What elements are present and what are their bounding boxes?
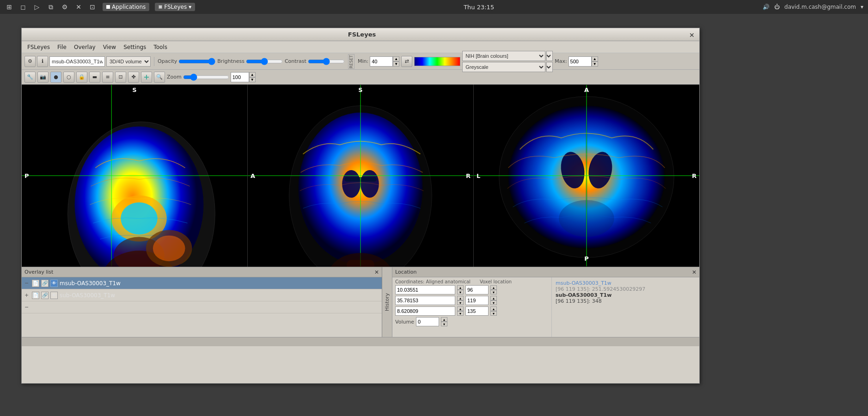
overlay-item1-file-icon[interactable]: 📄 <box>32 280 39 287</box>
window-icon[interactable]: ◻ <box>18 2 28 12</box>
box-button[interactable]: ⊡ <box>115 72 126 83</box>
overlay-spacer-minus[interactable]: − <box>24 304 30 310</box>
overlay-item2-file-icon[interactable]: 📄 <box>32 292 39 299</box>
user-dropdown-icon[interactable]: ▾ <box>861 4 863 10</box>
z-voxel-spin-up[interactable]: ▲ <box>490 306 497 311</box>
grid-icon[interactable]: ⊞ <box>5 2 14 12</box>
zoom-spinbox[interactable]: ▲ ▼ <box>231 72 256 82</box>
overlay-item2-link-icon[interactable]: 🔗 <box>41 292 49 299</box>
line-button[interactable]: ≡ <box>102 72 113 83</box>
rect-button[interactable]: ▬ <box>89 72 100 83</box>
menu-fsleyes[interactable]: FSLeyes <box>24 43 54 51</box>
overlay-item1-link-icon[interactable]: 🔗 <box>41 280 49 287</box>
volume-spin-down[interactable]: ▼ <box>441 322 447 326</box>
reset-button[interactable]: RESET <box>348 54 355 69</box>
zoom-input[interactable] <box>231 72 249 82</box>
max-spin-down[interactable]: ▼ <box>592 61 598 67</box>
applications-button[interactable]: Applications <box>103 3 149 11</box>
brightness-slider[interactable] <box>246 58 283 65</box>
volume-icon[interactable]: 🔊 <box>763 4 770 10</box>
overlay-item1-eye-icon[interactable]: 👁 <box>50 280 58 287</box>
history-tab[interactable]: History <box>382 267 392 337</box>
folder-icon[interactable]: ▷ <box>32 2 42 12</box>
y-spin-up[interactable]: ▲ <box>457 296 464 300</box>
z-coord-input[interactable] <box>395 306 455 316</box>
colormap2-dropdown[interactable]: ▾ <box>546 62 553 72</box>
colormap-select[interactable]: NIH [Brain colours] <box>462 51 545 61</box>
x-voxel-input[interactable] <box>465 285 489 294</box>
circle1-button[interactable]: ● <box>50 72 61 83</box>
y-voxel-spin-up[interactable]: ▲ <box>490 296 497 300</box>
opacity-slider[interactable] <box>178 58 215 65</box>
max-input[interactable] <box>568 56 592 67</box>
overlay-item2-plus[interactable]: + <box>24 292 30 298</box>
contrast-slider[interactable] <box>308 58 345 65</box>
overlay-item1-minus[interactable]: − <box>24 280 30 286</box>
x-spin-up[interactable]: ▲ <box>457 285 464 290</box>
menu-tools[interactable]: Tools <box>150 43 171 51</box>
axial-view[interactable]: A L R P <box>474 85 699 267</box>
coronal-brain[interactable]: S A R <box>248 85 473 267</box>
max-spinbox[interactable]: ▲ ▼ <box>568 56 598 67</box>
z-voxel-spin-down[interactable]: ▼ <box>490 311 497 316</box>
overlay-name-input[interactable] <box>49 56 105 67</box>
location-panel-close[interactable]: ✕ <box>692 269 697 275</box>
zoom-spin-down[interactable]: ▼ <box>249 77 256 82</box>
user-account[interactable]: david.m.cash@gmail.com <box>784 4 856 10</box>
circle2-button[interactable]: ○ <box>63 72 74 83</box>
resize-icon[interactable]: ⊡ <box>88 2 97 12</box>
min-spin-down[interactable]: ▼ <box>393 61 399 67</box>
volume-input[interactable] <box>416 317 439 326</box>
move-button[interactable]: ✤ <box>128 72 139 83</box>
fsleyes-taskbar-button[interactable]: FSLeyes ▾ <box>155 3 195 11</box>
colormap2-select[interactable]: Greyscale <box>462 62 545 72</box>
info-button[interactable]: ℹ <box>37 56 48 67</box>
close-sys-icon[interactable]: ✕ <box>74 2 83 12</box>
wrench-button[interactable]: 🔧 <box>24 72 36 83</box>
menu-settings[interactable]: Settings <box>120 43 150 51</box>
menu-view[interactable]: View <box>99 43 120 51</box>
z-spin-down[interactable]: ▼ <box>457 311 464 316</box>
camera-button[interactable]: 📷 <box>37 72 49 83</box>
lock-button[interactable]: 🔒 <box>76 72 87 83</box>
coronal-view[interactable]: S A R <box>248 85 474 267</box>
y-spin-down[interactable]: ▼ <box>457 300 464 305</box>
y-coord-input[interactable] <box>395 296 455 305</box>
min-input[interactable] <box>370 56 393 67</box>
axial-brain[interactable]: A L R P <box>474 85 699 267</box>
zoom-spin-up[interactable]: ▲ <box>249 72 256 77</box>
zoom-slider[interactable] <box>183 73 229 81</box>
colormap-dropdown[interactable]: ▾ <box>546 51 553 61</box>
power-icon[interactable]: ⏻ <box>774 4 780 10</box>
volume-type-select[interactable]: 3D/4D volume <box>106 56 151 67</box>
overlay-list-close[interactable]: ✕ <box>374 269 379 275</box>
info-link[interactable]: msub-OAS30003_T1w <box>556 280 611 286</box>
z-spin-up[interactable]: ▲ <box>457 306 464 311</box>
add-button[interactable]: + <box>141 72 152 83</box>
fsleyes-taskbar-dropdown-icon[interactable]: ▾ <box>189 4 191 10</box>
sagittal-view[interactable]: S P <box>22 85 248 267</box>
max-spin-up[interactable]: ▲ <box>592 56 598 61</box>
settings-icon[interactable]: ⚙ <box>60 2 69 12</box>
menu-overlay[interactable]: Overlay <box>70 43 99 51</box>
settings-gear-button[interactable]: ⚙ <box>24 56 36 67</box>
overlay-item-1[interactable]: − 📄 🔗 👁 msub-OAS30003_T1w <box>22 277 382 289</box>
x-coord-input[interactable] <box>395 285 455 294</box>
colorbar-swap-button[interactable]: ⇄ <box>401 56 412 67</box>
window-close-button[interactable]: ✕ <box>689 31 696 38</box>
search-button[interactable]: 🔍 <box>154 72 165 83</box>
overlay-item-2[interactable]: + 📄 🔗 👁 sub-OAS30003_T1w <box>22 289 382 301</box>
volume-spin-up[interactable]: ▲ <box>441 317 447 322</box>
z-voxel-input[interactable] <box>465 306 489 316</box>
x-spin-down[interactable]: ▼ <box>457 290 464 294</box>
sagittal-brain[interactable]: S P <box>22 85 247 267</box>
x-voxel-spin-down[interactable]: ▼ <box>490 290 497 294</box>
x-voxel-spin-up[interactable]: ▲ <box>490 285 497 290</box>
colorbar[interactable] <box>414 57 460 66</box>
y-voxel-input[interactable] <box>465 296 489 305</box>
overlay-item2-eye-icon[interactable]: 👁 <box>50 292 58 299</box>
min-spin-up[interactable]: ▲ <box>393 56 399 61</box>
copy-icon[interactable]: ⧉ <box>46 2 55 12</box>
min-spinbox[interactable]: ▲ ▼ <box>370 56 399 67</box>
menu-file[interactable]: File <box>54 43 70 51</box>
